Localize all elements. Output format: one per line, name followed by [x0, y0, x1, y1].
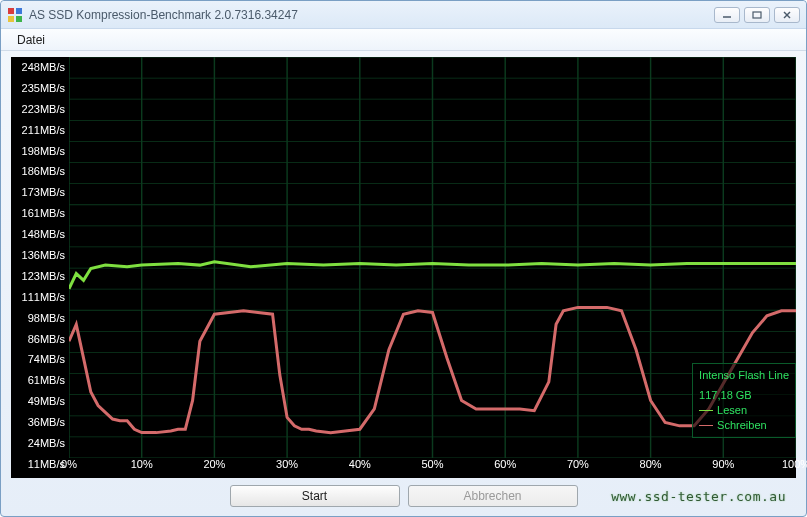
legend-read-row: Lesen — [699, 403, 789, 418]
x-tick-label: 90% — [712, 458, 734, 470]
svg-rect-3 — [16, 16, 22, 22]
x-tick-label: 0% — [61, 458, 77, 470]
close-icon — [782, 11, 792, 19]
bottom-bar: Start Abbrechen www.ssd-tester.com.au — [11, 478, 796, 508]
maximize-icon — [752, 11, 762, 19]
legend-read-label: Lesen — [717, 403, 747, 418]
titlebar: AS SSD Kompression-Benchmark 2.0.7316.34… — [1, 1, 806, 29]
x-tick-label: 30% — [276, 458, 298, 470]
menu-datei[interactable]: Datei — [9, 31, 53, 49]
x-tick-label: 80% — [640, 458, 662, 470]
x-axis: 0%10%20%30%40%50%60%70%80%90%100% — [69, 458, 796, 478]
x-tick-label: 70% — [567, 458, 589, 470]
x-tick-label: 10% — [131, 458, 153, 470]
svg-rect-1 — [16, 8, 22, 14]
x-tick-label: 40% — [349, 458, 371, 470]
maximize-button[interactable] — [744, 7, 770, 23]
legend-device: Intenso Flash Line — [699, 368, 789, 383]
legend-capacity: 117,18 GB — [699, 388, 789, 403]
cancel-button[interactable]: Abbrechen — [408, 485, 578, 507]
close-button[interactable] — [774, 7, 800, 23]
legend-write-swatch — [699, 425, 713, 426]
y-axis: 248MB/s235MB/s223MB/s211MB/s198MB/s186MB… — [11, 57, 69, 478]
plot-svg — [69, 57, 796, 458]
legend: Intenso Flash Line 117,18 GB Lesen Schre… — [692, 363, 796, 438]
legend-write-label: Schreiben — [717, 418, 767, 433]
minimize-button[interactable] — [714, 7, 740, 23]
legend-read-swatch — [699, 410, 713, 411]
legend-write-row: Schreiben — [699, 418, 789, 433]
content-area: 248MB/s235MB/s223MB/s211MB/s198MB/s186MB… — [1, 51, 806, 516]
x-tick-label: 50% — [421, 458, 443, 470]
window-title: AS SSD Kompression-Benchmark 2.0.7316.34… — [29, 8, 714, 22]
svg-rect-5 — [753, 12, 761, 18]
x-tick-label: 20% — [203, 458, 225, 470]
minimize-icon — [722, 11, 732, 19]
svg-rect-0 — [8, 8, 14, 14]
chart: 248MB/s235MB/s223MB/s211MB/s198MB/s186MB… — [11, 57, 796, 478]
app-window: AS SSD Kompression-Benchmark 2.0.7316.34… — [0, 0, 807, 517]
x-tick-label: 100% — [782, 458, 807, 470]
svg-rect-2 — [8, 16, 14, 22]
watermark: www.ssd-tester.com.au — [611, 489, 786, 504]
start-button[interactable]: Start — [230, 485, 400, 507]
app-icon — [7, 7, 23, 23]
menubar: Datei — [1, 29, 806, 51]
window-buttons — [714, 7, 800, 23]
plot-area: Intenso Flash Line 117,18 GB Lesen Schre… — [69, 57, 796, 458]
x-tick-label: 60% — [494, 458, 516, 470]
